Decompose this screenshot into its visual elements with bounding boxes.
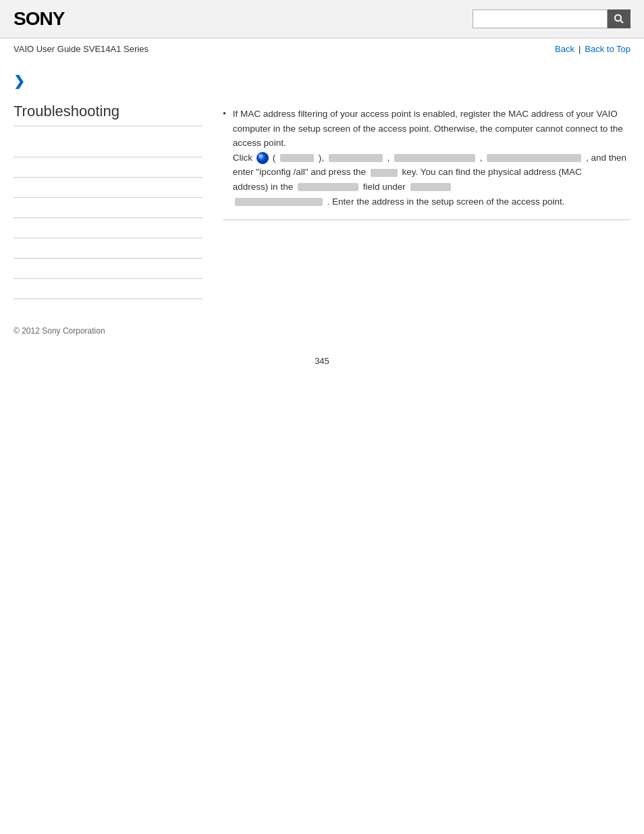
nav-bar: VAIO User Guide SVE14A1 Series Back | Ba… — [0, 38, 644, 59]
back-to-top-link[interactable]: Back to Top — [585, 44, 630, 54]
sidebar-item[interactable] — [14, 238, 203, 259]
redacted-text-3 — [394, 154, 475, 162]
and-then: , and then — [586, 153, 626, 163]
sony-logo: SONY — [14, 8, 64, 30]
bullet-text: If MAC address filtering of your access … — [233, 107, 630, 209]
page-number: 345 — [0, 349, 644, 380]
chevron-right-icon[interactable]: ❯ — [14, 73, 203, 89]
redacted-text-6 — [410, 183, 451, 191]
nav-links: Back | Back to Top — [555, 44, 630, 54]
search-icon — [614, 14, 624, 24]
windows-start-icon — [257, 152, 269, 164]
bullet-dot: ● — [223, 110, 226, 116]
section-divider — [223, 219, 630, 220]
copyright: © 2012 Sony Corporation — [14, 326, 105, 336]
content-area: ● If MAC address filtering of your acces… — [216, 66, 630, 299]
comma2: , — [480, 153, 483, 163]
redacted-text-1 — [280, 154, 314, 162]
address-text: address) in the — [233, 182, 293, 192]
enter-address: . Enter the address in the setup screen … — [327, 197, 565, 207]
sidebar-item[interactable] — [14, 137, 203, 157]
search-area — [473, 9, 630, 28]
main-content: ❯ Troubleshooting ● If MAC address filte… — [0, 59, 644, 313]
bullet-item: ● If MAC address filtering of your acces… — [223, 107, 630, 209]
field-under: field under — [363, 182, 406, 192]
sidebar-item[interactable] — [14, 279, 203, 299]
svg-point-0 — [615, 15, 621, 21]
search-button[interactable] — [608, 9, 630, 28]
svg-line-1 — [620, 20, 623, 23]
click-label: Click — [233, 153, 252, 163]
content-section: ● If MAC address filtering of your acces… — [223, 107, 630, 220]
search-input[interactable] — [473, 9, 608, 28]
sidebar-item[interactable] — [14, 218, 203, 238]
comma1: , — [387, 153, 390, 163]
sidebar-item[interactable] — [14, 198, 203, 218]
redacted-key — [371, 169, 398, 177]
header: SONY — [0, 0, 644, 38]
paren-open: ( — [273, 153, 276, 163]
sidebar: ❯ Troubleshooting — [14, 66, 216, 299]
sidebar-item[interactable] — [14, 259, 203, 279]
sidebar-item[interactable] — [14, 157, 203, 178]
sidebar-title: Troubleshooting — [14, 103, 203, 126]
paren-close: ), — [319, 153, 324, 163]
sidebar-item[interactable] — [14, 178, 203, 198]
redacted-text-2 — [329, 154, 383, 162]
enter-text: enter "ipconfig /all" and press the — [233, 167, 366, 177]
back-link[interactable]: Back — [555, 44, 574, 54]
redacted-text-4 — [487, 154, 581, 162]
redacted-text-7 — [235, 198, 323, 206]
bullet-intro: If MAC address filtering of your access … — [233, 109, 623, 148]
key-label: key. You can find the physical address (… — [402, 167, 582, 177]
nav-separator: | — [579, 44, 581, 54]
footer: © 2012 Sony Corporation — [0, 313, 644, 349]
breadcrumb: VAIO User Guide SVE14A1 Series — [14, 44, 149, 54]
redacted-text-5 — [298, 183, 358, 191]
